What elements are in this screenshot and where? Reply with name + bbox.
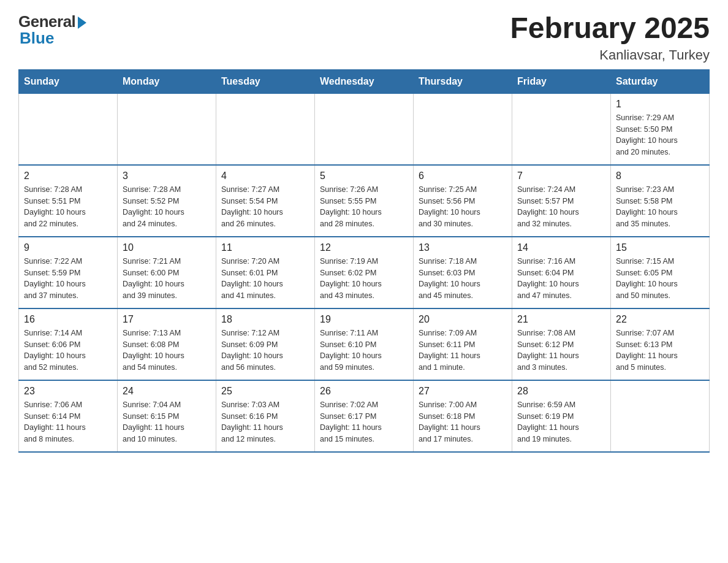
day-number: 8: [616, 170, 704, 182]
calendar-cell: 2Sunrise: 7:28 AMSunset: 5:51 PMDaylight…: [19, 165, 118, 237]
day-number: 16: [24, 314, 112, 325]
calendar-cell: 4Sunrise: 7:27 AMSunset: 5:54 PMDaylight…: [216, 165, 315, 237]
day-info: Sunrise: 7:19 AMSunset: 6:02 PMDaylight:…: [320, 256, 408, 302]
day-number: 23: [24, 386, 112, 397]
calendar-cell: 7Sunrise: 7:24 AMSunset: 5:57 PMDaylight…: [512, 165, 611, 237]
calendar-cell: 20Sunrise: 7:09 AMSunset: 6:11 PMDayligh…: [414, 308, 512, 380]
calendar-cell: [19, 93, 118, 165]
calendar-cell: 28Sunrise: 6:59 AMSunset: 6:19 PMDayligh…: [512, 380, 611, 452]
logo-arrow-icon: [78, 17, 86, 29]
calendar-cell: 11Sunrise: 7:20 AMSunset: 6:01 PMDayligh…: [216, 237, 315, 308]
day-number: 18: [221, 314, 309, 325]
day-number: 12: [320, 242, 408, 253]
calendar-cell: 8Sunrise: 7:23 AMSunset: 5:58 PMDaylight…: [611, 165, 710, 237]
title-block: February 2025 Kanliavsar, Turkey: [510, 12, 710, 63]
calendar-cell: 9Sunrise: 7:22 AMSunset: 5:59 PMDaylight…: [19, 237, 118, 308]
logo-blue-text: Blue: [20, 29, 54, 48]
calendar-cell: [216, 93, 315, 165]
day-info: Sunrise: 7:28 AMSunset: 5:51 PMDaylight:…: [24, 184, 112, 230]
day-info: Sunrise: 7:08 AMSunset: 6:12 PMDaylight:…: [517, 327, 605, 373]
day-info: Sunrise: 7:06 AMSunset: 6:14 PMDaylight:…: [24, 399, 112, 445]
day-number: 13: [419, 242, 507, 253]
day-number: 7: [517, 170, 605, 182]
header-day-wednesday: Wednesday: [315, 69, 414, 93]
week-row-5: 23Sunrise: 7:06 AMSunset: 6:14 PMDayligh…: [19, 380, 710, 452]
day-info: Sunrise: 7:11 AMSunset: 6:10 PMDaylight:…: [320, 327, 408, 373]
day-number: 19: [320, 314, 408, 325]
day-number: 21: [517, 314, 605, 325]
day-number: 26: [320, 386, 408, 397]
day-number: 3: [123, 170, 211, 182]
calendar-cell: 5Sunrise: 7:26 AMSunset: 5:55 PMDaylight…: [315, 165, 414, 237]
day-number: 2: [24, 170, 112, 182]
day-info: Sunrise: 7:25 AMSunset: 5:56 PMDaylight:…: [419, 184, 507, 230]
day-info: Sunrise: 7:21 AMSunset: 6:00 PMDaylight:…: [123, 256, 211, 302]
calendar-cell: 15Sunrise: 7:15 AMSunset: 6:05 PMDayligh…: [611, 237, 710, 308]
calendar-cell: 17Sunrise: 7:13 AMSunset: 6:08 PMDayligh…: [118, 308, 216, 380]
calendar-cell: [118, 93, 216, 165]
day-info: Sunrise: 7:07 AMSunset: 6:13 PMDaylight:…: [616, 327, 704, 373]
day-info: Sunrise: 7:00 AMSunset: 6:18 PMDaylight:…: [419, 399, 507, 445]
day-number: 6: [419, 170, 507, 182]
day-info: Sunrise: 7:20 AMSunset: 6:01 PMDaylight:…: [221, 256, 309, 302]
calendar-cell: 18Sunrise: 7:12 AMSunset: 6:09 PMDayligh…: [216, 308, 315, 380]
calendar-header: SundayMondayTuesdayWednesdayThursdayFrid…: [19, 69, 710, 93]
calendar-cell: 1Sunrise: 7:29 AMSunset: 5:50 PMDaylight…: [611, 93, 710, 165]
calendar-body: 1Sunrise: 7:29 AMSunset: 5:50 PMDaylight…: [19, 93, 710, 452]
day-info: Sunrise: 7:15 AMSunset: 6:05 PMDaylight:…: [616, 256, 704, 302]
calendar-title: February 2025: [510, 12, 710, 45]
calendar-cell: 24Sunrise: 7:04 AMSunset: 6:15 PMDayligh…: [118, 380, 216, 452]
header-day-saturday: Saturday: [611, 69, 710, 93]
day-info: Sunrise: 7:22 AMSunset: 5:59 PMDaylight:…: [24, 256, 112, 302]
day-info: Sunrise: 6:59 AMSunset: 6:19 PMDaylight:…: [517, 399, 605, 445]
day-number: 5: [320, 170, 408, 182]
week-row-4: 16Sunrise: 7:14 AMSunset: 6:06 PMDayligh…: [19, 308, 710, 380]
calendar-cell: 10Sunrise: 7:21 AMSunset: 6:00 PMDayligh…: [118, 237, 216, 308]
calendar-cell: 19Sunrise: 7:11 AMSunset: 6:10 PMDayligh…: [315, 308, 414, 380]
day-number: 27: [419, 386, 507, 397]
day-number: 11: [221, 242, 309, 253]
day-number: 25: [221, 386, 309, 397]
day-number: 15: [616, 242, 704, 253]
day-info: Sunrise: 7:24 AMSunset: 5:57 PMDaylight:…: [517, 184, 605, 230]
day-number: 9: [24, 242, 112, 253]
day-info: Sunrise: 7:16 AMSunset: 6:04 PMDaylight:…: [517, 256, 605, 302]
day-number: 22: [616, 314, 704, 325]
calendar-cell: 12Sunrise: 7:19 AMSunset: 6:02 PMDayligh…: [315, 237, 414, 308]
calendar-cell: 27Sunrise: 7:00 AMSunset: 6:18 PMDayligh…: [414, 380, 512, 452]
day-info: Sunrise: 7:29 AMSunset: 5:50 PMDaylight:…: [616, 112, 704, 158]
calendar-cell: [315, 93, 414, 165]
calendar-cell: 21Sunrise: 7:08 AMSunset: 6:12 PMDayligh…: [512, 308, 611, 380]
header-day-thursday: Thursday: [414, 69, 512, 93]
day-info: Sunrise: 7:12 AMSunset: 6:09 PMDaylight:…: [221, 327, 309, 373]
day-info: Sunrise: 7:13 AMSunset: 6:08 PMDaylight:…: [123, 327, 211, 373]
header: General Blue February 2025 Kanliavsar, T…: [18, 12, 710, 63]
calendar-cell: 26Sunrise: 7:02 AMSunset: 6:17 PMDayligh…: [315, 380, 414, 452]
day-number: 14: [517, 242, 605, 253]
header-day-sunday: Sunday: [19, 69, 118, 93]
day-info: Sunrise: 7:04 AMSunset: 6:15 PMDaylight:…: [123, 399, 211, 445]
header-row: SundayMondayTuesdayWednesdayThursdayFrid…: [19, 69, 710, 93]
calendar-cell: [611, 380, 710, 452]
logo: General Blue: [18, 12, 86, 48]
calendar-cell: 6Sunrise: 7:25 AMSunset: 5:56 PMDaylight…: [414, 165, 512, 237]
day-info: Sunrise: 7:23 AMSunset: 5:58 PMDaylight:…: [616, 184, 704, 230]
week-row-3: 9Sunrise: 7:22 AMSunset: 5:59 PMDaylight…: [19, 237, 710, 308]
calendar-cell: 13Sunrise: 7:18 AMSunset: 6:03 PMDayligh…: [414, 237, 512, 308]
calendar-cell: [512, 93, 611, 165]
day-number: 10: [123, 242, 211, 253]
day-number: 28: [517, 386, 605, 397]
calendar-cell: 14Sunrise: 7:16 AMSunset: 6:04 PMDayligh…: [512, 237, 611, 308]
day-info: Sunrise: 7:26 AMSunset: 5:55 PMDaylight:…: [320, 184, 408, 230]
calendar-cell: 23Sunrise: 7:06 AMSunset: 6:14 PMDayligh…: [19, 380, 118, 452]
week-row-1: 1Sunrise: 7:29 AMSunset: 5:50 PMDaylight…: [19, 93, 710, 165]
calendar-subtitle: Kanliavsar, Turkey: [510, 47, 710, 63]
day-info: Sunrise: 7:09 AMSunset: 6:11 PMDaylight:…: [419, 327, 507, 373]
day-info: Sunrise: 7:14 AMSunset: 6:06 PMDaylight:…: [24, 327, 112, 373]
day-number: 1: [616, 99, 704, 110]
day-number: 20: [419, 314, 507, 325]
day-number: 4: [221, 170, 309, 182]
calendar-cell: 16Sunrise: 7:14 AMSunset: 6:06 PMDayligh…: [19, 308, 118, 380]
day-info: Sunrise: 7:18 AMSunset: 6:03 PMDaylight:…: [419, 256, 507, 302]
day-info: Sunrise: 7:02 AMSunset: 6:17 PMDaylight:…: [320, 399, 408, 445]
